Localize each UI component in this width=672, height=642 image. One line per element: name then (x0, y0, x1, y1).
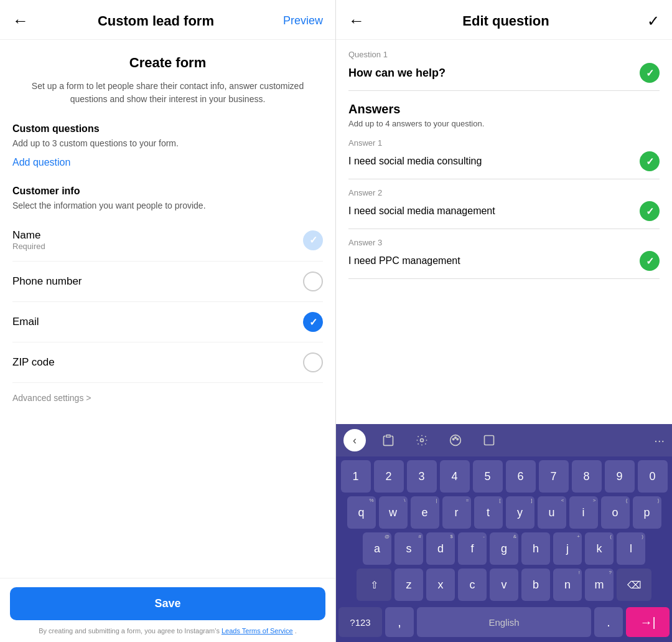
key-h[interactable]: h (521, 532, 550, 565)
zxcv-row: ⇧ z x c v b !n ?m ⌫ (338, 569, 670, 601)
back-button-left[interactable]: ← (12, 11, 29, 31)
page-title-left: Custom lead form (98, 13, 214, 29)
gear-icon[interactable] (411, 429, 433, 451)
email-toggle[interactable] (303, 312, 323, 332)
key-p[interactable]: }p (633, 496, 661, 529)
page-title-right: Edit question (462, 13, 549, 29)
keyboard-back-button[interactable]: ‹ (343, 429, 366, 451)
terms-text-start: By creating and submitting a form, you a… (39, 627, 222, 635)
info-row-name: Name Required (12, 219, 323, 262)
left-panel: ← Custom lead form Preview Create form S… (0, 0, 336, 642)
answer-1-check-icon (640, 151, 660, 171)
add-question-link[interactable]: Add question (12, 157, 323, 168)
question-check-icon (640, 63, 660, 83)
right-content: Question 1 How can we help? Answers Add … (336, 40, 672, 424)
custom-questions-title: Custom questions (12, 123, 323, 135)
question-text: How can we help? (348, 67, 446, 80)
save-button[interactable]: Save (10, 587, 325, 620)
asdf-row: @a #s $d -f &g h +j (k )l (338, 532, 670, 565)
num-switch-key[interactable]: ?123 (338, 607, 382, 637)
key-8[interactable]: 8 (572, 460, 602, 493)
answer-3-label: Answer 3 (348, 238, 660, 247)
info-row-phone-label-group: Phone number (12, 275, 82, 288)
key-t[interactable]: [t (474, 496, 503, 529)
key-g[interactable]: &g (490, 532, 518, 565)
key-u[interactable]: <u (538, 496, 566, 529)
key-0[interactable]: 0 (638, 460, 668, 493)
key-d[interactable]: $d (426, 532, 455, 565)
customer-info-title: Customer info (12, 186, 323, 197)
answer-1-label: Answer 1 (348, 138, 660, 148)
terms-text-end: . (295, 627, 297, 635)
enter-key[interactable]: →| (626, 607, 670, 637)
key-r[interactable]: =r (442, 496, 471, 529)
period-key[interactable]: . (594, 607, 623, 637)
key-c[interactable]: c (458, 569, 487, 601)
key-m[interactable]: ?m (585, 569, 614, 601)
key-a[interactable]: @a (363, 532, 391, 565)
right-header: ← Edit question ✓ (336, 0, 672, 40)
key-9[interactable]: 9 (605, 460, 635, 493)
key-e[interactable]: |e (411, 496, 439, 529)
frame-icon[interactable] (478, 429, 500, 451)
key-b[interactable]: b (521, 569, 550, 601)
phone-toggle[interactable] (303, 271, 323, 291)
key-4[interactable]: 4 (440, 460, 470, 493)
key-o[interactable]: {o (601, 496, 630, 529)
question-label: Question 1 (348, 50, 660, 59)
create-form-title: Create form (12, 55, 323, 71)
palette-icon[interactable] (444, 429, 467, 451)
answers-title: Answers (348, 102, 660, 116)
key-i[interactable]: >i (569, 496, 598, 529)
svg-point-3 (452, 438, 454, 440)
key-w[interactable]: \w (379, 496, 408, 529)
clipboard-icon[interactable] (377, 429, 399, 451)
key-v[interactable]: v (490, 569, 518, 601)
left-footer: Save By creating and submitting a form, … (0, 578, 335, 642)
key-f[interactable]: -f (458, 532, 487, 565)
space-key[interactable]: English (417, 607, 591, 637)
answer-3-text: I need PPC management (348, 255, 460, 267)
key-6[interactable]: 6 (506, 460, 536, 493)
email-label: Email (12, 316, 39, 328)
answer-2-row: I need social media management (348, 201, 660, 229)
comma-key[interactable]: , (385, 607, 414, 637)
left-header: ← Custom lead form Preview (0, 0, 335, 40)
advanced-settings-link[interactable]: Advanced settings > (12, 393, 323, 403)
key-y[interactable]: ]y (506, 496, 534, 529)
key-q[interactable]: %q (347, 496, 376, 529)
zip-toggle[interactable] (303, 352, 323, 372)
keyboard-more-icon[interactable]: ··· (654, 433, 665, 448)
keyboard-toolbar: ‹ (336, 424, 672, 456)
key-3[interactable]: 3 (407, 460, 437, 493)
customer-info-section: Customer info Select the information you… (12, 186, 323, 383)
number-row: 1 2 3 4 5 6 7 8 9 0 (338, 460, 670, 493)
terms-link[interactable]: Leads Terms of Service (222, 627, 293, 635)
key-j[interactable]: +j (553, 532, 582, 565)
preview-button[interactable]: Preview (283, 14, 323, 27)
answer-3-check-icon (640, 251, 660, 271)
key-l[interactable]: )l (617, 532, 645, 565)
backspace-key[interactable]: ⌫ (617, 569, 651, 601)
name-sublabel: Required (12, 242, 45, 251)
key-7[interactable]: 7 (539, 460, 569, 493)
back-button-right[interactable]: ← (348, 11, 365, 31)
confirm-button[interactable]: ✓ (647, 12, 660, 30)
shift-key[interactable]: ⇧ (357, 569, 391, 601)
key-x[interactable]: x (426, 569, 455, 601)
key-z[interactable]: z (394, 569, 423, 601)
answer-1-row: I need social media consulting (348, 151, 660, 179)
answer-2-text: I need social media management (348, 205, 495, 217)
left-content: Create form Set up a form to let people … (0, 40, 335, 578)
info-row-zip-label-group: ZIP code (12, 356, 55, 369)
name-toggle[interactable] (303, 230, 323, 250)
key-n[interactable]: !n (553, 569, 582, 601)
right-panel: ← Edit question ✓ Question 1 How can we … (336, 0, 672, 642)
key-2[interactable]: 2 (374, 460, 404, 493)
key-s[interactable]: #s (394, 532, 423, 565)
key-5[interactable]: 5 (473, 460, 503, 493)
info-row-phone: Phone number (12, 262, 323, 302)
key-1[interactable]: 1 (341, 460, 371, 493)
answer-2-label: Answer 2 (348, 188, 660, 197)
key-k[interactable]: (k (585, 532, 614, 565)
